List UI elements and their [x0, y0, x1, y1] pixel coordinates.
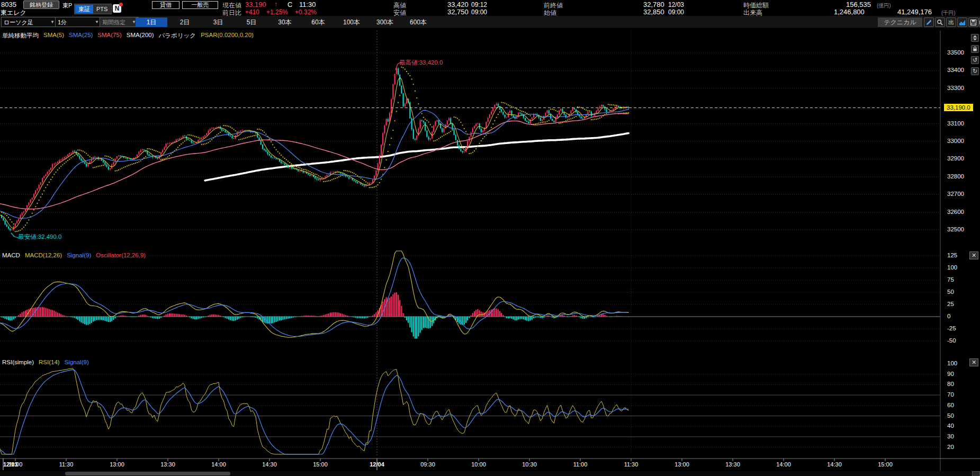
- exchange-toggle: 東証 PTS: [74, 4, 112, 14]
- scrollbar-thumb[interactable]: [65, 472, 230, 475]
- export-label: 出: [948, 19, 954, 26]
- range-tab-5day[interactable]: 5日: [236, 17, 267, 27]
- market-segment-label: 東P: [62, 2, 72, 10]
- range-tab-100bars[interactable]: 100本: [336, 17, 367, 27]
- margin-trade-button[interactable]: 貸借: [152, 1, 179, 9]
- rsi-close-button[interactable]: ✕: [969, 358, 978, 366]
- pencil-icon: [925, 19, 932, 26]
- interval-select[interactable]: 1分▼: [55, 17, 102, 27]
- range-tab-600bars[interactable]: 600本: [402, 17, 434, 27]
- interval-value: 1分: [58, 18, 67, 26]
- exchange-tab-pts[interactable]: PTS: [93, 5, 111, 13]
- chart-type-value: ローソク足: [4, 18, 33, 26]
- general-sell-button[interactable]: 一般売: [182, 1, 218, 9]
- exchange-tab-tose[interactable]: 東証: [75, 5, 93, 13]
- prev-close-date: 12/03: [668, 1, 684, 8]
- chart-type-select[interactable]: ローソク足▼: [1, 17, 57, 27]
- range-tabs: 1日 2日 3日 5日 30本 60本 100本 300本 600本: [136, 17, 434, 27]
- news-badge[interactable]: N: [113, 4, 121, 13]
- chart-canvas[interactable]: [0, 0, 980, 476]
- fit-vertical-icon: [972, 35, 978, 41]
- register-stock-button[interactable]: 銘柄登録: [23, 1, 59, 9]
- save-icon: [970, 19, 977, 26]
- export-button[interactable]: 出: [946, 17, 956, 27]
- volume-value: 1,246,800: [834, 8, 865, 16]
- high-time: 09:12: [471, 1, 487, 8]
- undo-button[interactable]: ↺: [971, 56, 979, 64]
- price-up-arrow: ↑: [274, 1, 277, 8]
- open-time: 09:00: [668, 8, 684, 16]
- undo-icon: ↺: [973, 57, 977, 64]
- close-icon: ✕: [972, 252, 976, 258]
- chart-toolbar: ローソク足▼ 1分▼ 期間指定▼ 1日 2日 3日 5日 30本 60本 100…: [0, 16, 980, 28]
- redo-icon: ↻: [973, 68, 977, 75]
- header-bar: 8035 銘柄登録 東P 東証 PTS N 東エレク 貸借 一般売 現在値 33…: [0, 0, 980, 16]
- redo-button[interactable]: ↻: [971, 67, 979, 75]
- magnifier-icon: [937, 19, 943, 26]
- fit-scale-button[interactable]: [971, 34, 979, 42]
- market-cap-value: 156,535: [846, 1, 871, 8]
- area-chart-icon: [959, 19, 966, 26]
- lock-scale-button[interactable]: [971, 45, 979, 53]
- chevron-down-icon: ▼: [95, 18, 99, 26]
- news-badge-letter: N: [115, 5, 120, 12]
- low-time: 09:00: [471, 8, 487, 16]
- turnover-value: 41,249,176: [897, 8, 932, 16]
- chart-style-button[interactable]: [957, 17, 967, 27]
- market-cap-unit: (億円): [877, 2, 891, 10]
- lock-icon: [972, 46, 978, 52]
- stock-code: 8035: [1, 1, 16, 8]
- high-value: 33,420: [447, 1, 469, 8]
- range-tab-1day[interactable]: 1日: [136, 17, 167, 27]
- change-percent-2: +0.32%: [295, 8, 317, 16]
- low-value: 32,750: [447, 8, 469, 16]
- technical-button[interactable]: テクニカル: [878, 17, 922, 27]
- zoom-button[interactable]: [935, 17, 945, 27]
- period-select[interactable]: 期間指定▼: [100, 17, 139, 27]
- close-icon: ✕: [972, 359, 976, 365]
- range-tab-3day[interactable]: 3日: [202, 17, 234, 27]
- horizontal-scrollbar: [0, 471, 980, 476]
- range-tab-60bars[interactable]: 60本: [302, 17, 334, 27]
- change-percent: +1.25%: [266, 8, 288, 16]
- range-tab-30bars[interactable]: 30本: [269, 17, 301, 27]
- save-button[interactable]: [968, 17, 978, 27]
- range-tab-2day[interactable]: 2日: [169, 17, 201, 27]
- current-price-tag: 33,190.0: [944, 104, 973, 111]
- macd-close-button[interactable]: ✕: [969, 252, 978, 259]
- last-trade-time: 11:30: [299, 1, 316, 8]
- current-price-value: 33,190: [245, 1, 266, 8]
- chevron-down-icon: ▼: [50, 18, 55, 26]
- period-value: 期間指定: [102, 18, 125, 26]
- open-value: 32,850: [643, 8, 664, 16]
- draw-pencil-button[interactable]: [924, 17, 934, 27]
- change-value: +410: [245, 8, 259, 16]
- prev-close-value: 32,780: [643, 1, 664, 8]
- range-tab-300bars[interactable]: 300本: [369, 17, 401, 27]
- news-alert-dot: [119, 3, 123, 6]
- session-flag: C: [287, 1, 292, 8]
- scrollbar-corner: [972, 471, 980, 476]
